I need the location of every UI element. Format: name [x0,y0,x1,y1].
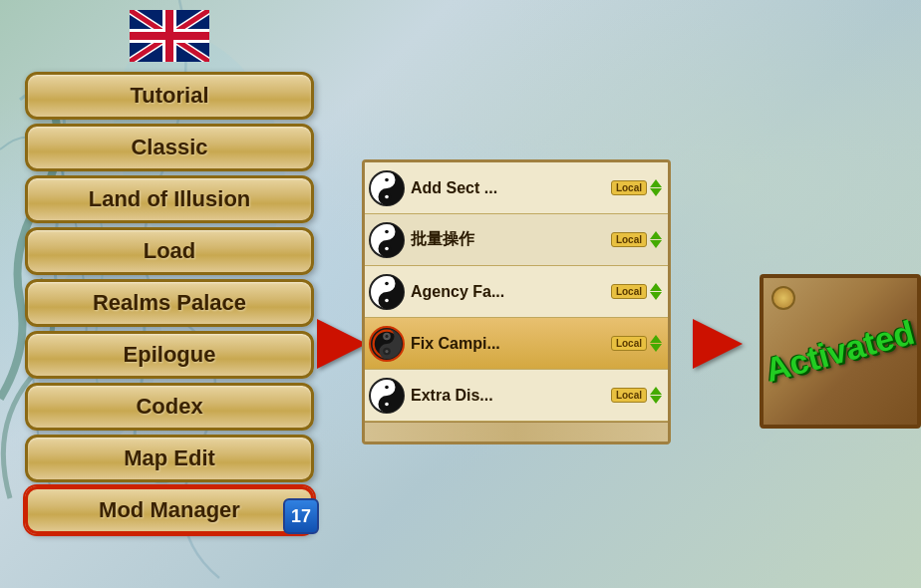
mod-name-batch: 批量操作 [411,229,605,250]
local-badge-3: Local [611,284,647,299]
menu-item-codex-label: Codex [136,394,202,420]
svg-point-31 [385,349,388,352]
menu-item-epilogue-label: Epilogue [124,342,216,368]
svg-rect-10 [130,32,209,40]
right-arrow-shape [693,319,743,369]
local-badge-4: Local [611,336,647,351]
menu-item-mod-manager-label: Mod Manager [99,497,240,523]
menu-item-classic[interactable]: Classic [25,124,314,171]
activated-panel: Activated [760,274,921,429]
svg-point-19 [385,229,389,233]
svg-point-25 [385,298,389,302]
menu-item-tutorial-label: Tutorial [130,83,208,109]
sort-down-1[interactable] [650,188,662,196]
sort-down-5[interactable] [650,396,662,404]
sort-up-4[interactable] [650,335,662,343]
svg-point-36 [385,402,389,406]
sort-down-4[interactable] [650,344,662,352]
menu-item-land-of-illusion-label: Land of Illusion [89,186,251,212]
sort-down-2[interactable] [650,240,662,248]
yin-yang-icon-5 [369,378,405,414]
left-arrow-shape [317,319,367,369]
yin-yang-icon-2 [369,222,405,258]
yin-yang-icon-1 [369,170,405,206]
menu-item-tutorial[interactable]: Tutorial [25,72,314,120]
mod-badge-agency: Local [611,283,664,300]
activate-icon [369,326,405,362]
mod-badge-extra-dis: Local [611,387,664,404]
mod-row-fix-campi[interactable]: Fix Campi... Local [365,318,668,370]
menu-item-map-edit[interactable]: Map Edit [25,435,314,482]
mod-badge-add-sect: Local [611,179,664,196]
local-badge-5: Local [611,388,647,403]
menu-panel: Tutorial Classic Land of Illusion Load R… [10,10,329,534]
sort-up-5[interactable] [650,387,662,395]
menu-item-realms-palace-label: Realms Palace [93,290,246,316]
mod-name-extra-dis: Extra Dis... [411,387,605,405]
svg-point-15 [385,194,389,198]
menu-item-codex[interactable]: Codex [25,383,314,431]
sort-arrows-4[interactable] [648,335,664,352]
mod-name-add-sect: Add Sect ... [411,179,605,197]
mod-row-add-sect[interactable]: Add Sect ... Local [365,162,668,214]
right-arrow-container [688,319,748,369]
yin-yang-icon-3 [369,274,405,310]
local-badge-1: Local [611,180,647,195]
menu-item-load-label: Load [144,238,196,264]
sort-arrows-2[interactable] [648,231,664,248]
badge-number: 17 [291,506,311,527]
sort-arrows-1[interactable] [648,179,664,196]
mod-row-agency[interactable]: Agency Fa... Local [365,266,668,318]
svg-point-20 [385,246,389,250]
menu-item-realms-palace[interactable]: Realms Palace [25,279,314,327]
menu-item-epilogue[interactable]: Epilogue [25,331,314,379]
sort-up-1[interactable] [650,179,662,187]
mod-scroll-area[interactable] [365,422,668,441]
mod-row-extra-dis[interactable]: Extra Dis... Local [365,370,668,422]
svg-point-14 [385,177,389,181]
mod-name-agency: Agency Fa... [411,283,605,301]
menu-item-map-edit-label: Map Edit [124,445,215,471]
svg-point-24 [385,281,389,285]
menu-item-classic-label: Classic [131,135,207,160]
activated-text: Activated [762,314,919,390]
version-badge: 17 [283,498,319,534]
menu-item-load[interactable]: Load [25,227,314,275]
sort-up-3[interactable] [650,283,662,291]
language-flag[interactable] [130,10,209,62]
mod-badge-batch: Local [611,231,664,248]
svg-point-35 [385,385,389,389]
sort-arrows-5[interactable] [648,387,664,404]
sort-down-3[interactable] [650,292,662,300]
mod-panel: Add Sect ... Local 批量操作 Local [362,159,671,444]
sort-arrows-3[interactable] [648,283,664,300]
mod-row-batch[interactable]: 批量操作 Local [365,214,668,266]
menu-item-land-of-illusion[interactable]: Land of Illusion [25,175,314,223]
sort-up-2[interactable] [650,231,662,239]
local-badge-2: Local [611,232,647,247]
menu-item-mod-manager[interactable]: Mod Manager [25,486,314,534]
right-arrow [688,319,748,369]
svg-point-30 [385,334,388,337]
mod-badge-fix-campi: Local [611,335,664,352]
mod-name-fix-campi: Fix Campi... [411,335,605,353]
